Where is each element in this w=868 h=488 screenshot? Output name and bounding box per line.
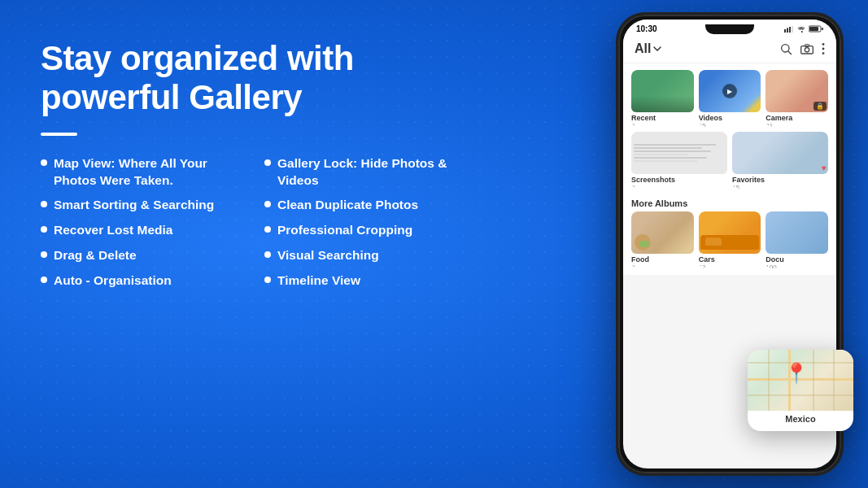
phone-app-header: All bbox=[623, 37, 836, 63]
svg-point-12 bbox=[822, 43, 825, 46]
bullet-icon bbox=[264, 251, 271, 258]
wifi-icon bbox=[797, 26, 805, 33]
album-favorites-label: Favorites bbox=[732, 176, 828, 184]
album-dropdown[interactable]: All bbox=[635, 41, 661, 56]
svg-rect-1 bbox=[787, 28, 788, 33]
album-cars[interactable]: Cars 12 bbox=[699, 211, 761, 268]
album-favorites[interactable]: ♥ Favorites 15 bbox=[732, 132, 828, 189]
bullet-icon bbox=[41, 251, 47, 258]
feature-item-lock: Gallery Lock: Hide Photos & Videos bbox=[264, 155, 472, 190]
svg-rect-5 bbox=[809, 27, 818, 31]
more-albums-title: More Albums bbox=[623, 194, 836, 211]
album-screenshots-label: Screenshots bbox=[631, 176, 727, 184]
divider bbox=[41, 133, 77, 136]
features-left-col: Map View: Where All Your Photos Were Tak… bbox=[41, 155, 248, 290]
feature-item-sorting: Smart Sorting & Searching bbox=[41, 197, 248, 214]
album-camera-label: Camera bbox=[765, 114, 828, 122]
svg-rect-2 bbox=[789, 27, 791, 33]
content-wrapper: Stay organized with powerful Gallery Map… bbox=[0, 0, 868, 488]
album-food-count: 2 bbox=[631, 264, 694, 268]
bullet-icon bbox=[41, 159, 47, 166]
chevron-down-icon bbox=[653, 46, 661, 52]
album-videos-label: Videos bbox=[699, 114, 761, 122]
album-screenshots-count: 2 bbox=[631, 184, 727, 189]
signal-icon bbox=[784, 26, 794, 33]
album-food[interactable]: Food 2 bbox=[631, 211, 694, 268]
album-camera[interactable]: 🔒 Camera 21 bbox=[765, 70, 828, 127]
svg-point-13 bbox=[822, 48, 825, 50]
svg-line-8 bbox=[788, 51, 792, 54]
map-card: 📍 Mexico bbox=[748, 350, 853, 431]
svg-point-10 bbox=[805, 48, 809, 52]
play-icon: ▶ bbox=[722, 84, 737, 98]
album-recent-count: 2 bbox=[631, 122, 694, 127]
left-section: Stay organized with powerful Gallery Map… bbox=[0, 0, 504, 488]
albums-grid: Recent 2 ▶ Videos 15 🔒 bbox=[623, 63, 836, 132]
lock-icon: 🔒 bbox=[813, 102, 827, 111]
right-section: 10:30 bbox=[504, 0, 868, 488]
album-camera-count: 21 bbox=[765, 122, 828, 127]
status-time: 10:30 bbox=[636, 24, 657, 33]
album-favorites-count: 15 bbox=[732, 184, 828, 189]
battery-icon bbox=[809, 25, 823, 33]
albums-second-row: Screenshots 2 ♥ Favorites 15 bbox=[623, 132, 836, 194]
feature-item-map: Map View: Where All Your Photos Were Tak… bbox=[41, 155, 248, 190]
svg-rect-0 bbox=[784, 29, 786, 33]
phone-notch bbox=[705, 24, 754, 34]
feature-item-duplicate: Clean Duplicate Photos bbox=[264, 197, 472, 214]
bullet-icon bbox=[264, 226, 271, 233]
bullet-icon bbox=[264, 159, 271, 166]
album-docu-thumb bbox=[765, 211, 828, 254]
bullet-icon bbox=[41, 277, 47, 283]
album-docu-count: 100 bbox=[765, 264, 828, 268]
feature-item-visual: Visual Searching bbox=[264, 247, 472, 264]
status-icons bbox=[784, 25, 823, 33]
more-albums-grid: Food 2 Cars 12 bbox=[623, 211, 836, 275]
album-camera-thumb: 🔒 bbox=[765, 70, 828, 112]
album-recent-label: Recent bbox=[631, 114, 694, 122]
album-cars-thumb bbox=[699, 211, 761, 254]
search-icon[interactable] bbox=[779, 42, 792, 55]
album-cars-label: Cars bbox=[699, 255, 761, 264]
album-videos-count: 15 bbox=[699, 122, 761, 127]
camera-icon[interactable] bbox=[800, 43, 813, 54]
album-screenshots-thumb bbox=[631, 132, 727, 174]
map-background: 📍 bbox=[748, 350, 853, 411]
features-grid: Map View: Where All Your Photos Were Tak… bbox=[41, 155, 472, 290]
feature-item-crop: Professional Cropping bbox=[264, 222, 472, 239]
more-options-icon[interactable] bbox=[822, 42, 825, 55]
album-docu-label: Docu bbox=[765, 255, 828, 264]
album-recent-thumb bbox=[631, 70, 694, 112]
headline: Stay organized with powerful Gallery bbox=[41, 39, 472, 118]
bullet-icon bbox=[41, 201, 47, 207]
map-pin-icon: 📍 bbox=[784, 362, 809, 385]
feature-item-drag: Drag & Delete bbox=[41, 247, 248, 264]
svg-rect-3 bbox=[792, 26, 793, 33]
album-recent[interactable]: Recent 2 bbox=[631, 70, 694, 127]
features-right-col: Gallery Lock: Hide Photos & Videos Clean… bbox=[264, 155, 472, 290]
bullet-icon bbox=[41, 226, 47, 233]
album-videos-thumb: ▶ bbox=[699, 70, 761, 112]
album-screenshots[interactable]: Screenshots 2 bbox=[631, 132, 727, 189]
header-action-icons bbox=[779, 42, 825, 55]
map-location-label: Mexico bbox=[748, 411, 853, 427]
album-favorites-thumb: ♥ bbox=[732, 132, 828, 174]
album-docu[interactable]: Docu 100 bbox=[765, 211, 828, 268]
album-videos[interactable]: ▶ Videos 15 bbox=[699, 70, 761, 127]
feature-item-recover: Recover Lost Media bbox=[41, 222, 248, 239]
album-cars-count: 12 bbox=[699, 264, 761, 268]
feature-item-auto: Auto - Organisation bbox=[41, 272, 248, 290]
album-food-thumb bbox=[631, 211, 694, 254]
bullet-icon bbox=[264, 201, 271, 207]
heart-icon: ♥ bbox=[822, 163, 827, 172]
album-food-label: Food bbox=[631, 255, 694, 264]
feature-item-timeline: Timeline View bbox=[264, 272, 472, 290]
bullet-icon bbox=[264, 277, 271, 283]
svg-point-14 bbox=[822, 52, 825, 54]
svg-rect-6 bbox=[822, 28, 823, 30]
